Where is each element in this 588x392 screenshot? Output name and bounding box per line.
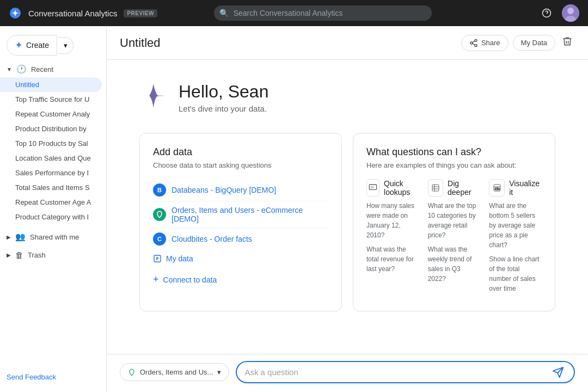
q-category-dig-deeper: Dig deeper What are the top 10 categorie… — [428, 179, 481, 298]
recent-clock-icon: 🕐 — [16, 64, 27, 74]
questions-title: What questions can I ask? — [366, 146, 542, 158]
help-button[interactable] — [538, 4, 555, 22]
quick-lookups-example-2: What was the total revenue for last year… — [366, 244, 419, 274]
sidebar-item-top-10-products[interactable]: Top 10 Products by Sal — [0, 136, 102, 151]
app-logo — [9, 7, 22, 20]
orders-icon — [153, 208, 166, 221]
recent-label: Recent — [31, 65, 53, 74]
search-input[interactable] — [214, 5, 432, 21]
cloudbites-icon: C — [153, 232, 166, 246]
greeting-title: Hello, Sean — [179, 82, 268, 102]
data-list: B Databeans - BigQuery [DEMO] Orders, It… — [153, 179, 328, 250]
recent-section-header[interactable]: ▼ 🕐 Recent — [0, 61, 106, 77]
visualize-title: Visualize it — [509, 179, 542, 197]
visualize-example-1: What are the bottom 5 sellers by average… — [489, 201, 542, 250]
questions-subtitle: Here are examples of things you can ask … — [366, 161, 542, 169]
dig-deeper-title: Dig deeper — [448, 179, 480, 197]
main-content: Hello, Sean Let's dive into your data. A… — [107, 60, 588, 354]
dig-deeper-example-1: What are the top 10 categories by averag… — [428, 201, 481, 240]
q-category-visualize-header: Visualize it — [489, 179, 542, 197]
quick-lookups-icon: 2K — [366, 179, 379, 197]
sidebar-item-location-sales[interactable]: Location Sales and Que — [0, 151, 102, 166]
search-icon: 🔍 — [219, 9, 229, 17]
svg-rect-23 — [495, 188, 496, 190]
ask-input[interactable] — [244, 362, 550, 382]
share-label: Share — [481, 39, 500, 47]
trash-section-header[interactable]: ▶ 🗑 Trash — [0, 247, 106, 263]
svg-point-8 — [475, 44, 477, 46]
ask-input-wrapper — [236, 361, 575, 383]
share-button[interactable]: Share — [461, 35, 509, 51]
search-bar: 🔍 — [214, 5, 432, 21]
add-data-title: Add data — [153, 146, 328, 158]
chevron-down-icon: ▾ — [64, 41, 68, 50]
page-title: Untitled — [120, 36, 461, 50]
data-item-databeans[interactable]: B Databeans - BigQuery [DEMO] — [153, 179, 328, 201]
svg-point-4 — [567, 8, 574, 14]
shared-section-header[interactable]: ▶ 👥 Shared with me — [0, 229, 106, 245]
sidebar-item-product-distribution[interactable]: Product Distribution by — [0, 121, 102, 136]
q-category-visualize: Visualize it What are the bottom 5 selle… — [489, 179, 542, 298]
user-avatar[interactable] — [562, 4, 579, 22]
svg-rect-25 — [498, 188, 499, 190]
send-button[interactable] — [550, 364, 566, 381]
sidebar-item-untitled[interactable]: Untitled — [0, 77, 102, 92]
trash-icon — [562, 36, 573, 47]
svg-rect-17 — [432, 185, 439, 191]
my-data-button[interactable]: My Data — [513, 35, 555, 51]
shared-people-icon: 👥 — [15, 232, 26, 242]
sidebar-bottom: Send Feedback — [0, 366, 106, 388]
svg-line-10 — [473, 41, 475, 42]
send-feedback-button[interactable]: Send Feedback — [7, 371, 56, 383]
app-name: Conversational Analytics — [28, 9, 117, 18]
my-data-link-label: My data — [166, 254, 193, 263]
cloudbites-label: Cloudbites - Order facts — [171, 235, 252, 243]
sidebar-item-sales-performance[interactable]: Sales Performance by I — [0, 166, 102, 180]
quick-lookups-title: Quick lookups — [384, 179, 419, 197]
data-item-orders[interactable]: Orders, Items and Users - eCommerce [DEM… — [153, 201, 328, 228]
sidebar-item-repeat-customer-age[interactable]: Repeat Customer Age A — [0, 195, 102, 210]
topbar: Conversational Analytics PREVIEW 🔍 — [0, 0, 588, 26]
data-selector-icon — [128, 369, 136, 376]
recent-section: ▼ 🕐 Recent Untitled Top Traffic Source f… — [0, 60, 106, 225]
page-actions: Share My Data — [461, 34, 575, 52]
connect-to-data-link[interactable]: + Connect to data — [153, 270, 328, 290]
greeting-text: Hello, Sean Let's dive into your data. — [179, 82, 268, 113]
sidebar-item-product-category[interactable]: Product Category with I — [0, 210, 102, 224]
data-selector-button[interactable]: Orders, Items and Us... ▾ — [120, 363, 229, 381]
bottom-bar: Orders, Items and Us... ▾ — [107, 354, 588, 392]
quick-lookups-example-1: How many sales were made on January 12, … — [366, 201, 419, 240]
add-data-card: Add data Choose data to start asking que… — [139, 133, 342, 311]
q-category-quick-header: 2K Quick lookups — [366, 179, 419, 197]
sidebar-item-top-traffic[interactable]: Top Traffic Source for U — [0, 92, 102, 107]
svg-line-9 — [473, 44, 475, 45]
create-button[interactable]: ✦ Create — [7, 35, 57, 56]
sidebar-item-repeat-customer[interactable]: Repeat Customer Analy — [0, 107, 102, 121]
data-item-cloudbites[interactable]: C Cloudbites - Order facts — [153, 228, 328, 250]
databeans-icon: B — [153, 183, 166, 197]
share-icon — [469, 39, 478, 47]
svg-point-6 — [475, 39, 477, 41]
topbar-actions — [538, 4, 579, 22]
gemini-logo — [139, 82, 168, 110]
svg-point-7 — [470, 42, 473, 44]
data-selector-chevron-icon: ▾ — [217, 368, 221, 376]
q-category-quick-lookups: 2K Quick lookups How many sales were mad… — [366, 179, 419, 298]
sidebar-item-total-sales[interactable]: Total Sales and Items S — [0, 180, 102, 195]
create-dropdown-button[interactable]: ▾ — [58, 37, 74, 54]
my-data-icon — [153, 254, 162, 263]
shared-section: ▶ 👥 Shared with me — [0, 228, 106, 246]
create-plus-icon: ✦ — [15, 39, 23, 51]
connect-label: Connect to data — [163, 275, 217, 284]
page-header: Untitled Share My Data — [107, 26, 588, 60]
delete-button[interactable] — [560, 34, 575, 52]
recent-chevron-icon: ▼ — [7, 66, 12, 72]
connect-plus-icon: + — [153, 274, 159, 285]
my-data-link[interactable]: My data — [153, 250, 328, 267]
add-data-subtitle: Choose data to start asking questions — [153, 161, 328, 169]
send-icon — [552, 366, 564, 378]
trash-section: ▶ 🗑 Trash — [0, 246, 106, 264]
content-area: Untitled Share My Data — [107, 26, 588, 392]
visualize-example-2: Show a line chart of the total number of… — [489, 254, 542, 293]
databeans-label: Databeans - BigQuery [DEMO] — [171, 186, 276, 194]
